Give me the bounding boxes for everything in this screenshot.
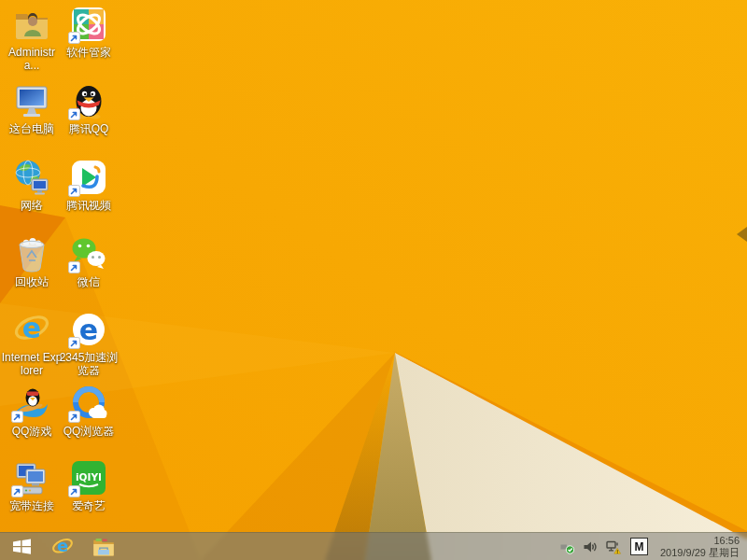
shortcut-arrow-icon [11, 411, 23, 423]
recycle-bin-icon [13, 235, 50, 273]
network-warning-tray-icon[interactable] [606, 533, 622, 560]
administrator-folder-icon [13, 6, 50, 43]
this-pc-icon [13, 82, 50, 119]
wechat-icon [70, 235, 107, 273]
ime-indicator[interactable]: M [630, 538, 648, 555]
clock-date: 2019/9/29 星期日 [660, 547, 740, 559]
taskbar: e [0, 532, 747, 560]
tencent-video-icon [70, 159, 107, 196]
file-explorer-icon [92, 537, 115, 557]
internet-explorer-icon: e [13, 311, 50, 348]
clock-time: 16:56 [660, 535, 740, 547]
windows-logo-icon [12, 538, 32, 555]
desktop-icon-tencent-video[interactable]: 腾讯视频 [58, 159, 120, 212]
svg-text:iQIYI: iQIYI [76, 471, 102, 483]
desktop-icon-label: 这台电脑 [1, 122, 63, 135]
desktop: Administra... 这台电脑 [0, 0, 747, 560]
shortcut-arrow-icon [68, 261, 80, 273]
desktop-icon-network[interactable]: 网络 [1, 159, 63, 212]
desktop-icon-label: 宽带连接 [1, 499, 63, 512]
desktop-icon-label: 爱奇艺 [58, 499, 120, 512]
shortcut-arrow-icon [68, 32, 80, 44]
shortcut-arrow-icon [68, 185, 80, 197]
software-manager-icon [70, 6, 107, 43]
desktop-icon-label: 微信 [58, 275, 120, 288]
system-tray: M 16:56 2019/9/29 星期日 [559, 533, 747, 560]
usb-device-tray-icon[interactable] [559, 533, 574, 560]
desktop-icon-label: Internet Explorer [1, 351, 63, 377]
shortcut-arrow-icon [11, 485, 23, 497]
desktop-icon-qq-browser[interactable]: QQ浏览器 [58, 385, 120, 438]
volume-tray-icon[interactable] [583, 533, 598, 560]
desktop-icon-label: QQ游戏 [1, 425, 63, 438]
desktop-icon-label: 软件管家 [58, 46, 120, 59]
desktop-icon-recycle-bin[interactable]: 回收站 [1, 235, 63, 288]
desktop-icon-label: Administra... [1, 46, 63, 72]
desktop-icon-label: 网络 [1, 199, 63, 212]
desktop-icon-label: 腾讯QQ [58, 122, 120, 135]
qq-browser-icon [70, 385, 107, 422]
desktop-icon-software-manager[interactable]: 软件管家 [58, 6, 120, 59]
desktop-icon-2345-browser[interactable]: e 2345加速浏览器 [58, 311, 120, 377]
iqiyi-icon: iQIYI [70, 459, 107, 497]
shortcut-arrow-icon [68, 485, 80, 497]
broadband-connection-icon [13, 459, 50, 497]
2345-browser-icon: e [70, 311, 107, 348]
desktop-icon-administrator-folder[interactable]: Administra... [1, 6, 63, 72]
desktop-icon-broadband-connection[interactable]: 宽带连接 [1, 459, 63, 512]
desktop-icon-internet-explorer[interactable]: e Internet Explorer [1, 311, 63, 377]
internet-explorer-icon: e [51, 536, 74, 558]
desktop-icon-label: 2345加速浏览器 [58, 351, 120, 377]
desktop-icon-qq-games[interactable]: QQ游戏 [1, 385, 63, 438]
desktop-icon-wechat[interactable]: 微信 [58, 235, 120, 288]
taskbar-file-explorer-button[interactable] [86, 533, 121, 560]
desktop-icon-label: 回收站 [1, 275, 63, 288]
network-icon [13, 159, 50, 196]
shortcut-arrow-icon [68, 108, 80, 120]
taskbar-clock[interactable]: 16:56 2019/9/29 星期日 [656, 535, 740, 559]
qq-games-icon [13, 385, 50, 422]
taskbar-ie-button[interactable]: e [45, 533, 80, 560]
shortcut-arrow-icon [68, 411, 80, 423]
desktop-icon-this-pc[interactable]: 这台电脑 [1, 82, 63, 135]
desktop-icon-tencent-qq[interactable]: 腾讯QQ [58, 82, 120, 135]
start-button[interactable] [4, 533, 39, 560]
tencent-qq-icon [70, 82, 107, 119]
desktop-icon-label: 腾讯视频 [58, 199, 120, 212]
svg-text:e: e [79, 314, 98, 346]
desktop-icon-iqiyi[interactable]: iQIYI 爱奇艺 [58, 459, 120, 512]
desktop-icon-label: QQ浏览器 [58, 425, 120, 438]
svg-text:e: e [22, 312, 41, 344]
shortcut-arrow-icon [68, 337, 80, 349]
svg-text:e: e [57, 536, 68, 555]
